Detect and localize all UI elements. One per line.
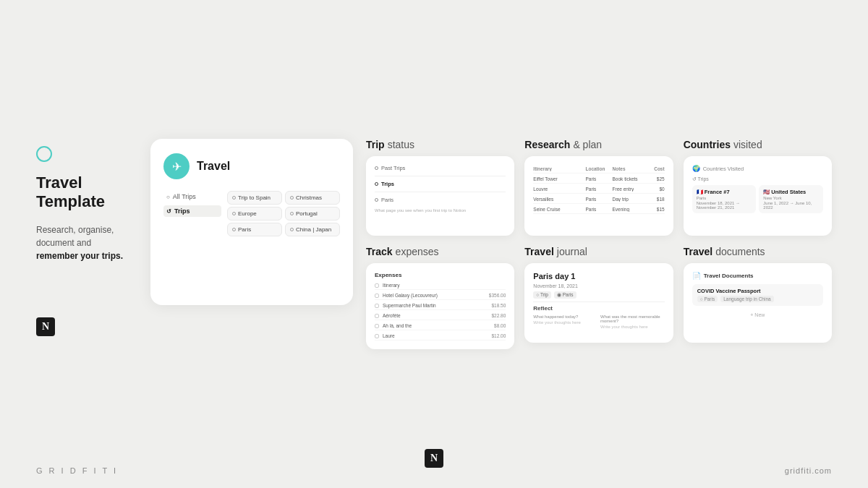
cc-grid: 🇫🇷 France #7 Paris November 18, 2021 → N… (692, 185, 823, 213)
trip-dot (232, 212, 236, 215)
feature-documents: Travel documents 📄 Travel Documents COVI… (684, 246, 832, 349)
ts-divider (375, 176, 506, 176)
journal-questions: What happened today? Write your thoughts… (533, 314, 664, 329)
cc-usa: 🇺🇸 United States New York June 1, 2022 →… (759, 185, 823, 213)
ts-dot (375, 166, 378, 170)
doc-tags: ○ Paris Language trip in China (697, 296, 818, 302)
expenses-header: Expenses (375, 272, 506, 278)
trip-portugal[interactable]: Portugal (285, 207, 340, 221)
trip-status-label: Trip status (366, 139, 514, 150)
research-content: Itinerary Location Notes Cost Eiffel Tow… (533, 165, 664, 214)
ts-divider2 (375, 192, 506, 192)
trip-spain[interactable]: Trip to Spain (227, 191, 282, 205)
rc-row-2: Louvre Paris Free entry $0 (533, 185, 664, 194)
tag-paris: ◉ Paris (554, 291, 576, 299)
bottom-bar: G R I D F I T I gridfiti.com (0, 466, 868, 475)
rc-row-3: Versailles Paris Day trip $18 (533, 195, 664, 204)
globe-icon: 🌍 (692, 165, 700, 172)
title-line2: Template (36, 192, 105, 210)
tag-paris-doc: ○ Paris (697, 296, 718, 302)
exp-row-ah: Ah là, and the $8.00 (375, 322, 506, 330)
journal-title: Paris day 1 (533, 272, 664, 281)
exp-row-aerofete: Aéroféte $22.80 (375, 312, 506, 320)
trips-list: Trip to Spain Christmas Europe (227, 191, 340, 236)
template-description: Research, organise, document and remembe… (36, 223, 123, 262)
journal-divider (533, 301, 664, 302)
brand-right: gridfiti.com (785, 466, 832, 475)
exp-row-itinerary: Itinerary (375, 281, 506, 290)
trip-row-3: Paris China | Japan (227, 223, 340, 236)
feature-trip-status: Trip status Past Trips Trips (366, 139, 514, 236)
travel-main-card: ✈ Travel ○ All Trips ↺ Trips (150, 139, 353, 305)
notion-logo-bottom: N (425, 449, 443, 468)
trip-paris[interactable]: Paris (227, 223, 282, 236)
features-grid: Trip status Past Trips Trips (366, 139, 832, 349)
page-wrapper: Travel Template Research, organise, docu… (0, 0, 868, 488)
cc-header: 🌍 Countries Visited (692, 165, 823, 172)
documents-label: Travel documents (684, 246, 832, 257)
expenses-preview: Expenses Itinerary Hotel Galaxy (Lecouvr… (366, 263, 514, 349)
left-panel: Travel Template Research, organise, docu… (36, 139, 137, 336)
doc-icon: 📄 (692, 272, 701, 280)
ts-dot-active (375, 182, 378, 186)
rc-row-1: Eiffel Tower Paris Book tickets $25 (533, 175, 664, 184)
trips-icon: ↺ (166, 208, 171, 215)
trip-christmas[interactable]: Christmas (285, 191, 340, 205)
placeholder-2: Write your thoughts here (600, 325, 665, 329)
trip-row-2: Europe Portugal (227, 207, 340, 221)
question-2: What was the most memorable moment? (600, 314, 665, 323)
travel-card-header: ✈ Travel (163, 153, 340, 179)
journal-reflect: Reflect (533, 305, 664, 312)
docs-header: 📄 Travel Documents (692, 272, 823, 280)
sidebar-menu: ○ All Trips ↺ Trips (163, 191, 221, 236)
feature-journal: Travel journal Paris day 1 November 18, … (524, 246, 673, 349)
cc-france: 🇫🇷 France #7 Paris November 18, 2021 → N… (692, 185, 757, 213)
countries-label: Countries visited (684, 139, 832, 150)
trip-europe[interactable]: Europe (227, 207, 282, 221)
journal-tags: ○ Trip ◉ Paris (533, 291, 664, 299)
ts-dot (375, 198, 378, 202)
feature-expenses: Track expenses Expenses Itinerary Hotel … (366, 246, 514, 349)
menu-trips[interactable]: ↺ Trips (163, 205, 221, 217)
desc-line2: document and (36, 238, 91, 248)
tag-china-doc: Language trip in China (720, 296, 773, 302)
journal-date: November 18, 2021 (533, 283, 664, 288)
menu-trips-label: Trips (174, 207, 190, 215)
title-line1: Travel (36, 174, 82, 192)
expenses-content: Expenses Itinerary Hotel Galaxy (Lecouvr… (375, 272, 506, 341)
trip-dot (232, 196, 236, 200)
plane-icon: ✈ (163, 153, 190, 179)
doc-new-button[interactable]: + New (692, 310, 823, 320)
expenses-label: Track expenses (366, 246, 514, 257)
trip-china-japan[interactable]: China | Japan (285, 223, 340, 236)
placeholder-1: Write your thoughts here (533, 320, 597, 325)
feature-research-plan: Research & plan Itinerary Location Notes… (524, 139, 673, 236)
research-preview: Itinerary Location Notes Cost Eiffel Tow… (524, 156, 673, 236)
docs-content: 📄 Travel Documents COVID Vaccine Passpor… (692, 272, 823, 320)
content-area: Travel Template Research, organise, docu… (0, 117, 868, 371)
trip-dot (290, 196, 294, 200)
bottom-notion-area: N (425, 449, 443, 468)
ts-row-trips: Trips (375, 181, 506, 187)
trip-dot (290, 228, 294, 231)
trip-dot (232, 228, 236, 231)
notion-circle-icon (36, 146, 52, 162)
exp-row-supermarket: Supermarché Paul Martin $18.50 (375, 301, 506, 310)
trip-status-content: Past Trips Trips Paris What page you se (375, 165, 506, 213)
cc-trips-label: ↺ Trips (692, 176, 823, 182)
journal-label: Travel journal (524, 246, 673, 257)
brand-left: G R I D F I T I (36, 466, 118, 475)
doc-item-vaccine: COVID Vaccine Passport ○ Paris Language … (692, 284, 823, 306)
tag-trip: ○ Trip (533, 291, 551, 299)
desc-bold: remember your trips. (36, 251, 123, 261)
research-label: Research & plan (524, 139, 673, 150)
trip-row-1: Trip to Spain Christmas (227, 191, 340, 205)
all-trips-icon: ○ (166, 194, 170, 200)
ts-row-paris: Paris (375, 197, 506, 203)
countries-preview: 🌍 Countries Visited ↺ Trips 🇫🇷 France #7 (684, 156, 832, 236)
countries-content: 🌍 Countries Visited ↺ Trips 🇫🇷 France #7 (692, 165, 823, 213)
question-1: What happened today? (533, 314, 597, 319)
menu-all-trips[interactable]: ○ All Trips (163, 191, 221, 202)
documents-preview: 📄 Travel Documents COVID Vaccine Passpor… (684, 263, 832, 343)
ts-row-past: Past Trips (375, 165, 506, 171)
